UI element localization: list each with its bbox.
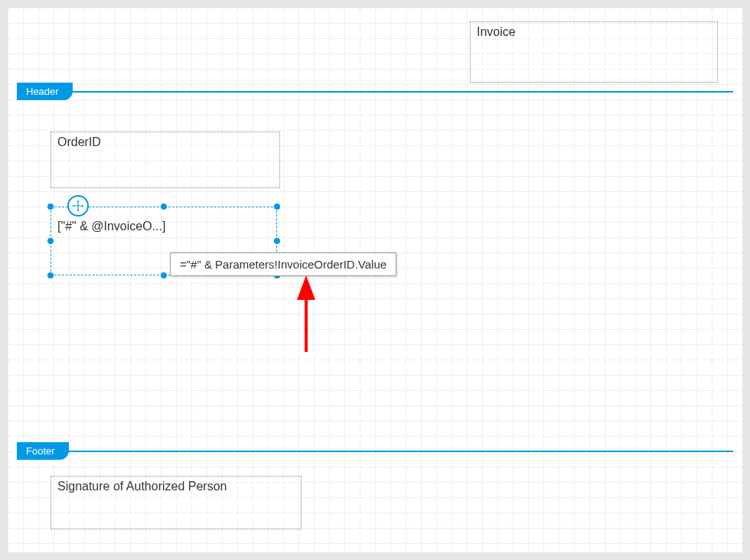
invoice-text: Invoice — [477, 25, 516, 38]
header-section-label: Header — [26, 86, 59, 97]
selection-handle-w[interactable] — [47, 238, 54, 244]
selection-handle-s[interactable] — [161, 272, 167, 278]
selection-handle-sw[interactable] — [47, 272, 54, 278]
expression-tooltip-text: ="#" & Parameters!InvoiceOrderID.Value — [180, 258, 386, 271]
orderid-text: OrderID — [57, 135, 101, 148]
footer-section-label: Footer — [26, 445, 55, 457]
footer-section-tab[interactable]: Footer — [17, 442, 69, 460]
orderid-textbox[interactable]: OrderID — [51, 132, 280, 188]
move-handle[interactable] — [67, 195, 89, 217]
move-icon — [71, 199, 85, 213]
expression-tooltip: ="#" & Parameters!InvoiceOrderID.Value — [170, 252, 396, 276]
signature-text: Signature of Authorized Person — [57, 480, 227, 493]
invoice-textbox[interactable]: Invoice — [470, 21, 718, 83]
expression-display-text: ["#" & @InvoiceO...] — [57, 220, 165, 233]
selection-handle-n[interactable] — [161, 203, 167, 210]
signature-textbox[interactable]: Signature of Authorized Person — [51, 476, 302, 529]
footer-divider — [17, 451, 733, 452]
annotation-arrow-icon — [294, 275, 324, 360]
header-divider — [17, 91, 733, 93]
selection-handle-ne[interactable] — [274, 203, 280, 210]
selection-handle-nw[interactable] — [47, 203, 54, 210]
report-designer-canvas[interactable]: Header Invoice OrderID ["#" & @InvoiceO.… — [8, 8, 742, 552]
header-section-tab[interactable]: Header — [17, 83, 73, 100]
selection-handle-e[interactable] — [274, 238, 280, 244]
